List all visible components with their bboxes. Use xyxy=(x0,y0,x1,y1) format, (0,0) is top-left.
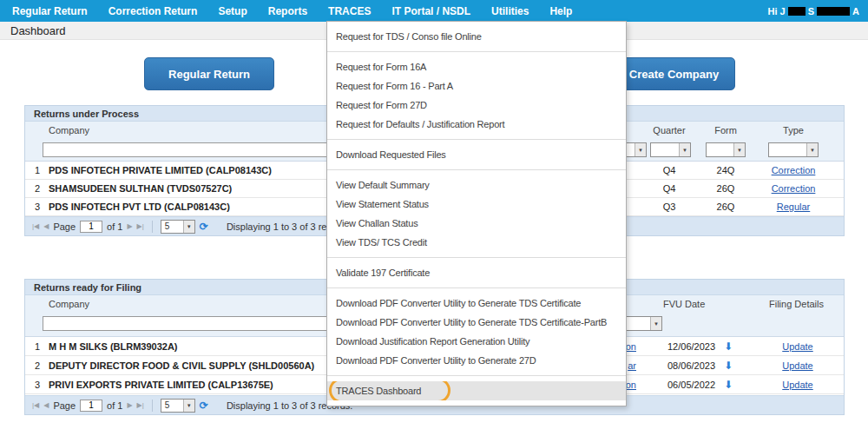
row-number: 2 xyxy=(30,356,44,375)
column-header-filing-details: Filing Details xyxy=(769,295,837,313)
page-size-value: 5 xyxy=(165,400,170,410)
last-page-icon[interactable]: ▶| xyxy=(137,401,144,409)
menu-item-pdf-converter-27d[interactable]: Download PDF Converter Utility to Genera… xyxy=(327,351,626,370)
menu-item-view-statement-status[interactable]: View Statement Status xyxy=(327,195,626,214)
page-size-value: 5 xyxy=(165,221,170,231)
chevron-down-icon: ▼ xyxy=(679,143,690,156)
prev-page-icon[interactable]: ◀ xyxy=(43,222,49,230)
download-icon[interactable]: ⬇ xyxy=(721,337,735,356)
menu-correction-return[interactable]: Correction Return xyxy=(108,5,198,17)
company-filter-input[interactable] xyxy=(43,142,331,157)
refresh-icon[interactable]: ⟳ xyxy=(200,221,208,233)
menu-item-justification-report-utility[interactable]: Download Justification Report Generation… xyxy=(327,332,626,351)
pager-divider xyxy=(152,221,153,233)
chevron-down-icon: ▼ xyxy=(183,400,194,412)
update-link[interactable]: Update xyxy=(772,337,824,356)
first-page-icon[interactable]: |◀ xyxy=(32,401,39,409)
menu-item-label: TRACES Dashboard xyxy=(336,386,421,396)
page-size-select[interactable]: 5 ▼ xyxy=(161,399,195,413)
column-header-quarter: Quarter xyxy=(643,122,695,139)
row-number: 1 xyxy=(30,162,44,180)
row-number: 3 xyxy=(30,198,44,216)
next-page-icon[interactable]: ▶ xyxy=(127,222,132,230)
company-name: SHAMSUDEEN SULTHAN (TVDS07527C) xyxy=(49,180,232,198)
menu-setup[interactable]: Setup xyxy=(218,5,247,17)
update-link[interactable]: Update xyxy=(772,375,824,394)
column-header-company: Company xyxy=(49,122,89,139)
menu-item-view-challan-status[interactable]: View Challan Status xyxy=(327,214,626,233)
quarter-filter-select[interactable]: ▼ xyxy=(650,142,691,157)
regular-return-button[interactable]: Regular Return xyxy=(144,57,274,90)
form-filter-select[interactable]: ▼ xyxy=(706,142,746,157)
download-icon[interactable]: ⬇ xyxy=(721,356,735,375)
column-header-form: Form xyxy=(704,122,747,139)
traces-dropdown-menu: Request for TDS / Conso file Online Requ… xyxy=(326,21,627,406)
redacted-name-block xyxy=(788,7,806,16)
greeting-text: Hi J xyxy=(768,6,786,17)
company-filter-input[interactable] xyxy=(43,316,331,331)
top-menu-bar: Regular Return Correction Return Setup R… xyxy=(0,0,868,22)
download-icon[interactable]: ⬇ xyxy=(721,375,735,394)
menu-item-download-requested-files[interactable]: Download Requested Files xyxy=(327,145,626,164)
page-number-input[interactable] xyxy=(80,400,102,412)
menu-item-request-conso[interactable]: Request for TDS / Conso file Online xyxy=(327,27,626,46)
menu-group: TRACES Dashboard xyxy=(327,376,626,406)
menu-reports[interactable]: Reports xyxy=(268,5,307,17)
type-filter-select[interactable]: ▼ xyxy=(768,142,819,157)
menu-item-traces-dashboard[interactable]: TRACES Dashboard xyxy=(327,381,626,400)
menu-traces[interactable]: TRACES xyxy=(328,5,371,17)
menu-item-request-form-16a[interactable]: Request for Form 16A xyxy=(327,57,626,76)
user-greeting: Hi J S A xyxy=(768,0,859,22)
page-size-select[interactable]: 5 ▼ xyxy=(161,220,195,234)
quarter-value: Q4 xyxy=(643,162,695,180)
refresh-icon[interactable]: ⟳ xyxy=(200,400,208,412)
menu-it-portal-nsdl[interactable]: IT Portal / NSDL xyxy=(391,5,470,17)
pager-divider xyxy=(152,400,153,412)
menu-item-pdf-converter-tds-certificate[interactable]: Download PDF Converter Utility to Genera… xyxy=(327,294,626,313)
chevron-down-icon: ▼ xyxy=(806,143,818,156)
menu-item-request-form-27d[interactable]: Request for Form 27D xyxy=(327,96,626,115)
menu-help[interactable]: Help xyxy=(549,5,572,17)
company-name: M H M SILKS (BLRM39032A) xyxy=(49,337,178,356)
last-page-icon[interactable]: ▶| xyxy=(137,222,144,230)
menu-item-request-form-16-part-a[interactable]: Request for Form 16 - Part A xyxy=(327,76,626,96)
menu-group: Download Requested Files xyxy=(327,140,626,169)
next-page-icon[interactable]: ▶ xyxy=(127,401,132,409)
prev-page-icon[interactable]: ◀ xyxy=(43,401,49,409)
menu-group: Download PDF Converter Utility to Genera… xyxy=(327,288,626,375)
type-link[interactable]: Correction xyxy=(766,180,820,198)
menu-regular-return[interactable]: Regular Return xyxy=(12,5,88,17)
column-header-fvu-date: FVU Date xyxy=(663,295,724,313)
menu-item-view-default-summary[interactable]: View Default Summary xyxy=(327,175,626,195)
row-number: 2 xyxy=(30,180,44,198)
fvu-date-value: 08/06/2023 xyxy=(667,356,721,375)
redacted-name-block xyxy=(817,7,850,16)
greeting-text-end: A xyxy=(852,6,859,17)
menu-group: Request for Form 16A Request for Form 16… xyxy=(327,52,626,139)
page-number-input[interactable] xyxy=(80,221,102,233)
update-link[interactable]: Update xyxy=(772,356,824,375)
create-company-button[interactable]: Create Company xyxy=(613,57,735,90)
column-header-company: Company xyxy=(49,295,89,313)
chevron-down-icon: ▼ xyxy=(650,317,661,330)
menu-item-pdf-converter-tds-certificate-partb[interactable]: Download PDF Converter Utility to Genera… xyxy=(327,313,626,332)
column-header-type: Type xyxy=(766,122,820,139)
form-value: 26Q xyxy=(704,198,747,216)
type-link[interactable]: Correction xyxy=(766,162,820,180)
menu-item-validate-197-certificate[interactable]: Validate 197 Certificate xyxy=(327,263,626,282)
page-of-label: of 1 xyxy=(107,221,122,232)
greeting-text-mid: S xyxy=(808,6,814,17)
type-link[interactable]: Regular xyxy=(766,198,820,216)
company-name: PDS INFOTECH PRIVATE LIMITED (CALP08143C… xyxy=(49,162,272,180)
row-number: 1 xyxy=(30,337,44,356)
page-of-label: of 1 xyxy=(107,400,122,411)
menu-utilities[interactable]: Utilities xyxy=(491,5,529,17)
menu-item-view-tds-tcs-credit[interactable]: View TDS/ TCS Credit xyxy=(327,233,626,252)
first-page-icon[interactable]: |◀ xyxy=(32,222,39,230)
row-number: 3 xyxy=(30,375,44,394)
menu-item-request-defaults-justification[interactable]: Request for Defaults / Justification Rep… xyxy=(327,115,626,134)
quarter-value: Q3 xyxy=(643,198,695,216)
chevron-down-icon: ▼ xyxy=(635,143,646,156)
form-value: 24Q xyxy=(704,162,747,180)
menu-group: Request for TDS / Conso file Online xyxy=(327,22,626,51)
